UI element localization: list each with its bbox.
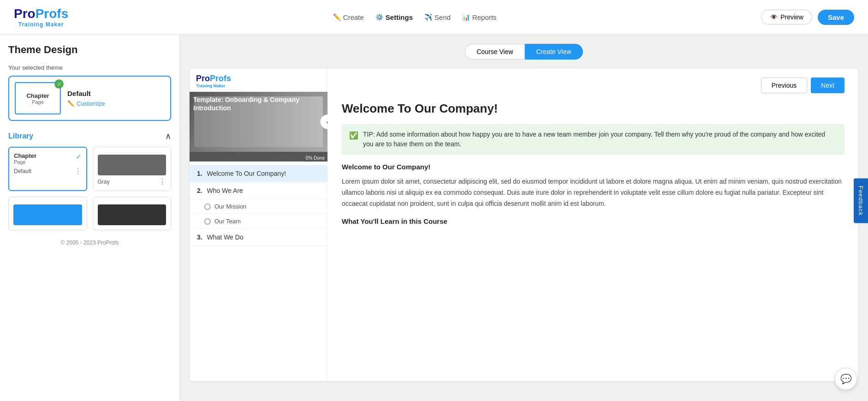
nav-links: ✏️ Create ⚙️ Settings ✈️ Send 📊 Reports [333,13,497,21]
library-item-default[interactable]: Chapter Page ✓ Default ⋮ [8,147,87,191]
customize-label: Customize [77,100,105,107]
lib-item-menu-gray[interactable]: ⋮ [159,177,166,186]
preview-panel: ProProfs Training Maker Template: Onboar… [189,68,859,382]
lib-item-name: Chapter [14,152,36,159]
outline-logo-text: ProProfs [196,74,231,84]
gray-swatch [98,155,166,175]
sub-item-label-team: Our Team [214,218,241,225]
check-icon: ✅ [349,130,358,141]
course-outline: ProProfs Training Maker Template: Onboar… [190,68,328,381]
nav-settings-label: Settings [386,13,413,21]
next-button[interactable]: Next [811,78,844,93]
nav-settings[interactable]: ⚙️ Settings [375,13,413,21]
content-area: Course View Create View ProProfs Trainin… [180,35,868,401]
course-content: Previous Next Welcome To Our Company! ✅ … [328,68,858,381]
lib-item-menu[interactable]: ⋮ [74,167,82,175]
content-nav-btns: Previous Next [342,78,844,93]
banner-image: Template: Onboarding & Company Introduct… [190,92,327,152]
lib-item-top: Chapter Page ✓ [14,152,82,165]
outline-item-1[interactable]: 1. Welcome To Our Company! [190,165,327,182]
content-body: Lorem ipsum dolor sit amet, consectetur … [342,176,844,209]
sidebar-title: Theme Design [8,44,171,56]
outline-sub-item-team[interactable]: Our Team [190,214,327,229]
app-logo: ProProfs Training Maker [14,6,68,28]
chat-bubble[interactable]: 💬 [835,368,857,390]
outline-num-1: 1. [197,170,202,177]
content-subtitle: Welcome to Our Company! [342,163,844,171]
feedback-tab[interactable]: Feedback [854,178,868,223]
selected-theme-card: ✓ Chapter Page Default ✏️ Customize [8,76,171,121]
theme-name: Default [67,90,105,97]
preview-label: Preview [780,13,803,21]
outline-logo: ProProfs Training Maker [190,68,327,92]
sub-item-label-mission: Our Mission [214,203,246,210]
lib-item-content: Chapter Page [14,152,36,165]
lib-item-sub: Page [14,159,36,165]
send-icon: ✈️ [424,13,432,21]
lib-item-label-gray: Gray [98,179,110,185]
pencil-icon: ✏️ [67,100,75,107]
gear-icon: ⚙️ [375,13,383,21]
check-badge: ✓ [54,79,64,89]
outline-header: Template: Onboarding & Company Introduct… [190,92,327,162]
reports-icon: 📊 [462,13,470,21]
lib-item-label: Default [14,168,31,174]
nav-create[interactable]: ✏️ Create [333,13,364,21]
library-item-gray[interactable]: Gray ⋮ [93,147,172,191]
outline-items: 1. Welcome To Our Company! 2. Who We Are… [190,162,327,250]
save-button[interactable]: Save [818,10,854,25]
chat-icon: 💬 [840,373,852,384]
blue-swatch [13,204,82,225]
logo-tagline: Training Maker [18,21,64,28]
library-item-dark[interactable] [93,197,172,230]
sidebar: Theme Design Your selected theme ✓ Chapt… [0,35,180,401]
preview-button[interactable]: 👁️ Preview [761,10,812,24]
banner-text: Template: Onboarding & Company Introduct… [193,96,309,112]
outline-logo-tagline: Training Maker [196,84,231,88]
lib-item-footer: Default ⋮ [14,167,82,175]
radio-circle [204,218,211,225]
library-header: Library ∧ [8,131,171,141]
selected-theme-label: Your selected theme [8,64,171,71]
footer-text: © 2005 - 2023 ProProfs [8,235,171,251]
theme-info: Default ✏️ Customize [67,90,105,107]
outline-item-2[interactable]: 2. Who We Are [190,182,327,199]
tip-text: TIP: Add some information about how happ… [363,130,837,149]
outline-sub-items-2: Our Mission Our Team [190,199,327,229]
chapter-preview: ✓ Chapter Page [15,82,61,114]
customize-link[interactable]: ✏️ Customize [67,100,105,107]
outline-sub-item-mission[interactable]: Our Mission [190,199,327,214]
lib-item-check: ✓ [76,152,82,161]
progress-label: 0% Done [190,155,327,162]
outline-num-3: 3. [197,233,202,241]
main-layout: Theme Design Your selected theme ✓ Chapt… [0,35,868,401]
outline-num-2: 2. [197,187,202,194]
outline-logo-profs: Profs [210,74,231,83]
previous-button[interactable]: Previous [761,78,807,93]
outline-banner: Template: Onboarding & Company Introduct… [190,92,327,152]
top-navigation: ProProfs Training Maker ✏️ Create ⚙️ Set… [0,0,868,35]
course-view-button[interactable]: Course View [465,44,524,60]
dark-swatch [98,204,166,225]
outline-logo-pro: Pro [196,74,210,83]
logo-text: ProProfs [14,6,68,21]
nav-send-label: Send [434,13,451,21]
outline-label-3: What We Do [207,233,244,241]
page-text: Page [32,99,44,105]
library-item-blue[interactable] [8,197,87,230]
view-toggle: Course View Create View [189,44,859,60]
library-collapse-button[interactable]: ∧ [165,131,171,141]
outline-item-3[interactable]: 3. What We Do [190,229,327,246]
nav-right: 👁️ Preview Save [761,10,854,25]
content-title: Welcome To Our Company! [342,102,844,116]
chapter-text: Chapter [26,92,49,99]
nav-reports-label: Reports [472,13,497,21]
outline-label-2: Who We Are [207,187,243,194]
library-title: Library [8,132,33,140]
create-view-button[interactable]: Create View [525,44,583,60]
nav-send[interactable]: ✈️ Send [424,13,451,21]
pencil-icon: ✏️ [333,13,341,21]
library-grid: Chapter Page ✓ Default ⋮ Gray ⋮ [8,147,171,230]
lib-item-footer-gray: Gray ⋮ [98,177,166,186]
nav-reports[interactable]: 📊 Reports [462,13,497,21]
